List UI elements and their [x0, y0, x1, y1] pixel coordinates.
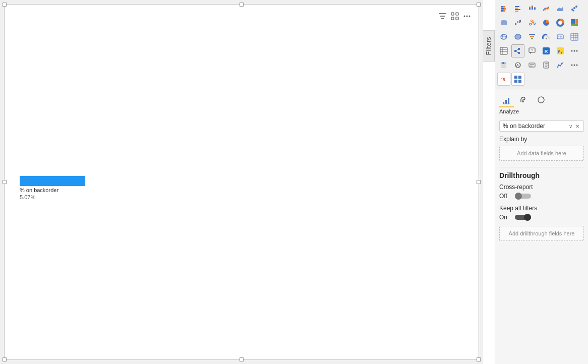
- keep-filters-toggle-row: On: [499, 214, 584, 221]
- resize-handle-mr[interactable]: [477, 180, 481, 184]
- svg-rect-15: [515, 9, 520, 10]
- tab-analyze-icon[interactable]: [499, 92, 514, 107]
- bar: [20, 176, 85, 186]
- map-icon[interactable]: [497, 30, 510, 43]
- svg-rect-98: [518, 76, 521, 79]
- svg-rect-48: [530, 36, 534, 37]
- svg-rect-17: [529, 8, 531, 10]
- svg-point-34: [534, 23, 536, 25]
- svg-rect-83: [529, 63, 535, 67]
- svg-point-38: [559, 22, 561, 24]
- stacked-bar-icon[interactable]: [497, 2, 510, 15]
- add-explain-by-field[interactable]: Add data fields here: [499, 146, 584, 161]
- pie-icon[interactable]: [540, 16, 553, 29]
- svg-text:123: 123: [558, 36, 563, 39]
- metrics-icon[interactable]: [554, 58, 567, 72]
- area-icon[interactable]: [554, 2, 567, 15]
- viz-row-1: [497, 2, 586, 15]
- qna-icon[interactable]: ?: [525, 44, 539, 57]
- svg-point-25: [573, 7, 575, 9]
- dots-more-icon[interactable]: [568, 58, 581, 72]
- stacked-col-icon[interactable]: [525, 2, 539, 15]
- svg-point-94: [576, 65, 578, 66]
- gauge-icon[interactable]: [540, 30, 553, 43]
- filter-visual-icon[interactable]: [438, 12, 447, 21]
- canvas-container: % on backorder 5.07%: [0, 0, 483, 364]
- scatter-small-icon[interactable]: [568, 2, 581, 15]
- tab-analytics-icon[interactable]: [534, 92, 549, 107]
- more-viz-icon[interactable]: [568, 44, 581, 57]
- svg-rect-3: [456, 17, 458, 20]
- cross-report-toggle[interactable]: [515, 194, 531, 199]
- slicer-icon[interactable]: [497, 58, 510, 72]
- filled-map-icon[interactable]: [511, 30, 524, 43]
- waterfall-icon[interactable]: [511, 16, 524, 29]
- scatter-icon[interactable]: [525, 16, 539, 29]
- svg-point-35: [531, 20, 533, 22]
- donut-icon[interactable]: [554, 16, 567, 29]
- resize-handle-bm[interactable]: [240, 357, 244, 361]
- tab-format-icon[interactable]: [516, 92, 532, 107]
- dropdown-clear-icon[interactable]: ✕: [574, 124, 580, 129]
- decomp-tree-selected-icon[interactable]: [511, 44, 524, 57]
- table-icon[interactable]: [568, 30, 581, 43]
- resize-handle-br[interactable]: [477, 357, 481, 361]
- svg-point-90: [558, 65, 560, 66]
- resize-handle-ml[interactable]: [3, 180, 7, 184]
- line-icon[interactable]: [540, 2, 553, 15]
- analyze-section: % on backorder ∨ ✕ Explain by Add data f…: [495, 117, 588, 250]
- decomp-grid-icon[interactable]: [511, 73, 524, 86]
- bar-label: % on backorder: [20, 187, 85, 193]
- svg-rect-97: [514, 76, 517, 79]
- svg-rect-19: [532, 7, 533, 10]
- python-icon[interactable]: Py: [554, 44, 567, 57]
- resize-handle-tr[interactable]: [477, 3, 481, 7]
- keep-filters-toggle[interactable]: [515, 215, 531, 220]
- svg-rect-30: [519, 22, 520, 23]
- chart-content: % on backorder 5.07%: [20, 176, 85, 200]
- ribbon-icon[interactable]: [497, 16, 510, 29]
- resize-handle-tm[interactable]: [240, 3, 244, 7]
- svg-rect-2: [451, 17, 454, 20]
- ai-insights-icon[interactable]: AI: [511, 58, 524, 72]
- svg-point-6: [469, 16, 471, 17]
- svg-rect-21: [534, 8, 536, 10]
- matrix-icon[interactable]: [497, 44, 510, 57]
- svg-rect-10: [504, 8, 506, 10]
- canvas-toolbar: [438, 12, 472, 21]
- add-drillthrough-field[interactable]: Add drillthrough fields here: [499, 226, 584, 241]
- svg-rect-12: [503, 10, 505, 12]
- clustered-bar-icon[interactable]: [511, 2, 524, 15]
- active-tab-label: Analyze: [495, 107, 588, 117]
- svg-point-5: [466, 16, 468, 17]
- analyze-field-value: % on backorder: [503, 123, 568, 130]
- resize-handle-bl[interactable]: [3, 357, 7, 361]
- svg-rect-100: [518, 80, 521, 83]
- svg-rect-64: [518, 52, 520, 54]
- svg-text:R: R: [545, 49, 548, 54]
- analyze-field-dropdown[interactable]: % on backorder ∨ ✕: [499, 120, 584, 132]
- focus-mode-icon[interactable]: [450, 12, 459, 21]
- svg-rect-39: [571, 19, 575, 24]
- viz-grid: 123 ? R: [495, 0, 588, 89]
- funnel-icon[interactable]: [525, 30, 539, 43]
- paginated-icon[interactable]: [540, 58, 553, 72]
- resize-handle-tl[interactable]: [3, 3, 7, 7]
- r-icon[interactable]: R: [540, 44, 553, 57]
- svg-rect-53: [571, 33, 578, 40]
- svg-point-80: [502, 62, 504, 64]
- filters-tab[interactable]: Filters: [483, 30, 495, 62]
- html5-icon[interactable]: 5<: [497, 73, 510, 86]
- card-icon[interactable]: 123: [554, 30, 567, 43]
- svg-text:<: <: [501, 77, 503, 80]
- treemap-icon[interactable]: [568, 16, 581, 29]
- smart-narrative-icon[interactable]: [525, 58, 539, 72]
- keep-filters-label: Keep all filters: [499, 205, 584, 212]
- more-options-icon[interactable]: [462, 12, 472, 21]
- bar-chart-item: % on backorder 5.07%: [20, 176, 85, 200]
- explain-by-label: Explain by: [499, 136, 584, 143]
- svg-rect-62: [514, 50, 516, 52]
- viz-row-4: ? R Py: [497, 44, 586, 57]
- svg-text:AI: AI: [516, 64, 520, 67]
- dropdown-chevron-icon[interactable]: ∨: [568, 124, 573, 129]
